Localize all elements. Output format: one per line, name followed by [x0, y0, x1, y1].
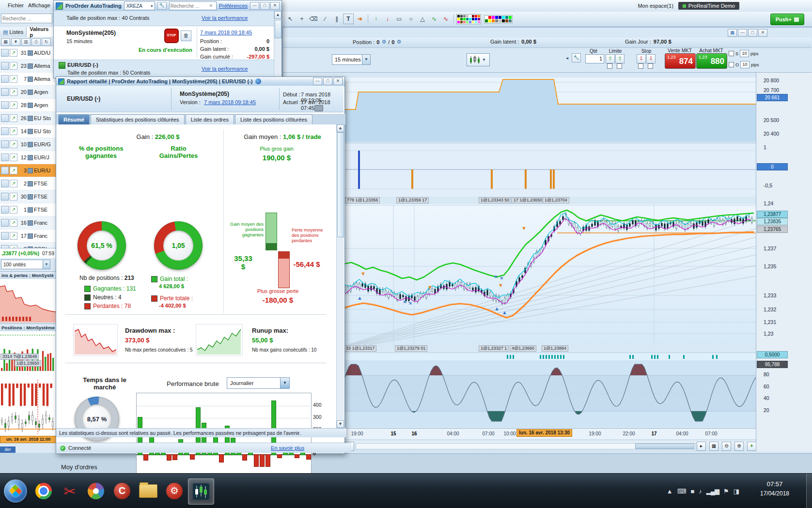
- taskbar-gear-app-icon[interactable]: ⚙: [162, 478, 187, 504]
- instrument-row[interactable]: ↗28Argen: [0, 99, 56, 112]
- stop-checkbox-1[interactable]: [638, 63, 643, 69]
- maximize-icon[interactable]: □: [748, 29, 757, 37]
- limit-checkbox-2[interactable]: [617, 63, 622, 69]
- instrument-row[interactable]: ↗23Allema: [0, 60, 56, 73]
- row-chart-icon[interactable]: [1, 154, 9, 161]
- report-titlebar[interactable]: Rapport détaillé | ProOrder AutoTrading …: [56, 77, 344, 86]
- tray-display-icon[interactable]: ■: [690, 488, 694, 495]
- proorder-scrollbar[interactable]: ▲: [274, 11, 281, 77]
- palette-swatch[interactable]: [463, 15, 466, 17]
- instrument-row[interactable]: ↗31AUD/U: [0, 46, 56, 60]
- row-chart-icon[interactable]: [1, 62, 9, 70]
- maximize-icon[interactable]: □: [260, 2, 269, 10]
- palette-swatch[interactable]: [495, 16, 498, 19]
- stop-buy-icon[interactable]: ⇩: [646, 54, 656, 63]
- push-button[interactable]: Push+: [770, 14, 804, 25]
- palette-swatch[interactable]: [457, 21, 460, 23]
- tray-network-icon[interactable]: ▂▄▆: [706, 488, 719, 495]
- chart-scrollbar-thumb[interactable]: [635, 444, 694, 449]
- palette-swatch[interactable]: [475, 21, 477, 23]
- order-chip[interactable]: 4@1,23660: [510, 345, 536, 352]
- palette-swatch[interactable]: [478, 21, 480, 23]
- row-chart-icon[interactable]: [1, 101, 9, 109]
- gear-icon[interactable]: ⚙: [381, 39, 386, 45]
- sell-mkt-button[interactable]: 1,23 874: [665, 53, 696, 69]
- scroll-right-icon[interactable]: ▸: [697, 442, 706, 451]
- close-icon[interactable]: ✕: [270, 2, 280, 10]
- clear-search-icon[interactable]: ✕: [209, 3, 213, 8]
- taskbar-c-app-icon[interactable]: C: [109, 478, 135, 504]
- minimized-window-tab[interactable]: der: [0, 446, 16, 453]
- taskbar-clock[interactable]: 07:57 17/04/2018: [748, 480, 801, 497]
- row-buy-icon[interactable]: ↗: [10, 154, 17, 161]
- rectangle-tool-icon[interactable]: ▭: [394, 14, 405, 24]
- zoom-out-icon[interactable]: ⊖: [722, 442, 731, 451]
- arrow-tool-icon[interactable]: ➔: [355, 14, 365, 24]
- order-chip[interactable]: 1@1,23704: [543, 197, 569, 203]
- ellipse-tool-icon[interactable]: ○: [406, 14, 416, 24]
- palette-swatch[interactable]: [460, 21, 463, 23]
- instrument-row[interactable]: ↗17Franc: [0, 230, 56, 243]
- row-buy-icon[interactable]: ↗: [10, 193, 17, 200]
- report-scrollbar[interactable]: ▲ ▼: [336, 124, 344, 428]
- tray-show-hidden-icon[interactable]: ▲: [667, 488, 673, 495]
- tray-flag-icon[interactable]: ⚑: [723, 488, 729, 495]
- palette-swatch[interactable]: [485, 16, 488, 19]
- row-buy-icon[interactable]: ↗: [10, 75, 17, 83]
- palette-swatch[interactable]: [472, 21, 474, 23]
- instrument-row[interactable]: ↗20Argen: [0, 86, 56, 99]
- system-selector[interactable]: XREZA ▼: [124, 1, 155, 10]
- row-buy-icon[interactable]: ↗: [10, 180, 17, 187]
- filter-icon[interactable]: ▼: [11, 38, 20, 46]
- order-chip[interactable]: 17 1@1,23650: [512, 197, 544, 203]
- taskbar-folder-icon[interactable]: [136, 478, 161, 504]
- stop-checkbox-2[interactable]: [648, 63, 653, 69]
- pointer-tool-icon[interactable]: ↖: [285, 14, 296, 24]
- palette-swatch[interactable]: [499, 19, 501, 22]
- palette-swatch[interactable]: [492, 19, 495, 22]
- tray-volume-icon[interactable]: ♪: [699, 488, 702, 495]
- sell-arrow-icon[interactable]: ↓: [382, 14, 393, 24]
- palette-swatch[interactable]: [502, 16, 505, 19]
- palette-swatch[interactable]: [469, 21, 471, 23]
- palette-swatch[interactable]: [509, 16, 512, 19]
- instrument-row[interactable]: ↗12EUR/J: [0, 151, 56, 164]
- stop-button[interactable]: STOP: [164, 29, 179, 43]
- s-pips-input[interactable]: 10: [740, 50, 749, 57]
- row-buy-icon[interactable]: ↗: [10, 114, 17, 122]
- collapse-arrow-icon[interactable]: ◂: [566, 55, 568, 61]
- buy-mkt-button[interactable]: 1,23 880: [696, 53, 727, 69]
- instrument-row[interactable]: ↗10EUR/G: [0, 138, 56, 151]
- print-icon[interactable]: [314, 105, 323, 111]
- version-link[interactable]: 7 mars 2018 09:18:45: [200, 30, 252, 35]
- minimize-icon[interactable]: —: [738, 29, 747, 37]
- palette-swatch[interactable]: [469, 15, 471, 17]
- row-chart-icon[interactable]: [1, 127, 9, 135]
- row-chart-icon[interactable]: [1, 49, 9, 57]
- tray-power-icon[interactable]: ◨: [734, 488, 739, 495]
- eraser-tool-icon[interactable]: ⌫: [308, 14, 319, 24]
- trendline-tool-icon[interactable]: ∕: [320, 14, 330, 24]
- trash-icon[interactable]: 🗑: [181, 31, 191, 41]
- menu-display[interactable]: Affichage: [28, 2, 50, 8]
- tray-keyboard-icon[interactable]: ⌨: [677, 488, 687, 495]
- proorder-search-input[interactable]: [170, 3, 209, 9]
- limit-sell-icon[interactable]: ⇧: [615, 54, 625, 63]
- gains-panel-title[interactable]: ins & pertes : MonSystè: [0, 271, 57, 279]
- palette-swatch[interactable]: [457, 15, 460, 17]
- columns-icon[interactable]: ▥: [21, 38, 31, 46]
- close-icon[interactable]: ✕: [333, 77, 343, 85]
- palette-swatch[interactable]: [475, 18, 477, 20]
- instrument-row[interactable]: ↗1FTSE: [0, 203, 56, 216]
- price-axis[interactable]: [756, 73, 812, 451]
- instrument-row[interactable]: ↗30FTSE: [0, 190, 56, 203]
- report-tab[interactable]: Statistiques des positions clôturées: [91, 114, 185, 124]
- minimize-icon[interactable]: —: [313, 77, 322, 85]
- palette-swatch[interactable]: [492, 16, 495, 19]
- palette-swatch[interactable]: [509, 19, 512, 22]
- palette-swatch[interactable]: [466, 21, 468, 23]
- index-area-chart[interactable]: [344, 77, 756, 142]
- close-icon[interactable]: ✕: [758, 29, 767, 37]
- row-chart-icon[interactable]: [1, 114, 9, 122]
- row-chart-icon[interactable]: [1, 88, 9, 96]
